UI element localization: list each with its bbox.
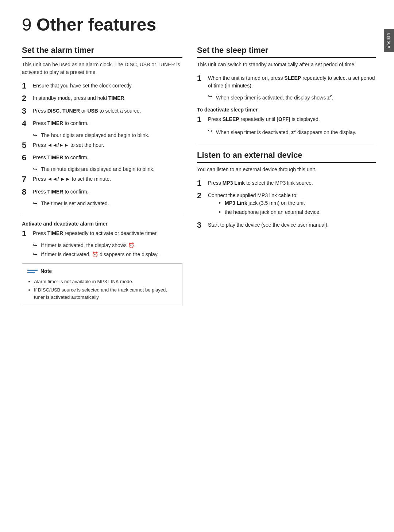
alarm-step-8-note: ↪ The timer is set and activated. — [33, 200, 182, 207]
right-col: Set the sleep timer This unit can switch… — [197, 46, 376, 517]
external-step-2-bullets: MP3 Link jack (3.5 mm) on the unit the h… — [219, 199, 376, 216]
divider-sleep — [197, 143, 376, 143]
external-step-1: 1 Press MP3 Link to select the MP3 link … — [197, 179, 376, 188]
external-device-title: Listen to an external device — [197, 150, 376, 163]
external-device-intro: You can listen to an external device thr… — [197, 166, 376, 173]
alarm-timer-intro: This unit can be used as an alarm clock.… — [22, 61, 182, 76]
alarm-step-8: 8 Press TIMER to confirm. — [22, 187, 182, 197]
bullet-headphone: the headphone jack on an external device… — [219, 208, 376, 216]
sleep-timer-intro: This unit can switch to standby automati… — [197, 61, 376, 69]
activate-note-2: ↪ If timer is deactivated, ⏰ disappears … — [33, 251, 182, 258]
note-icon — [27, 267, 38, 275]
alarm-step-6-note: ↪ The minute digits are displayed and be… — [33, 165, 182, 173]
alarm-step-7: 7 Press ◄◄/ ►► to set the minute. — [22, 175, 182, 184]
sleep-timer-title: Set the sleep timer — [197, 46, 376, 58]
sleep-step-1-note: ↪ When sleep timer is activated, the dis… — [208, 93, 376, 102]
deactivate-sleep-step-1: 1 Press SLEEP repeatedly until [OFF] is … — [197, 115, 376, 124]
external-step-3: 3 Start to play the device (see the devi… — [197, 220, 376, 230]
side-tab: English — [384, 29, 394, 52]
alarm-step-3: 3 Press DISC, TUNER or USB to select a s… — [22, 106, 182, 116]
note-bullets: Alarm timer is not available in MP3 LINK… — [27, 278, 177, 301]
chapter-num: 9 — [22, 15, 32, 34]
alarm-step-4-note: ↪ The hour digits are displayed and begi… — [33, 132, 182, 139]
alarm-timer-title: Set the alarm timer — [22, 46, 182, 58]
note-bullet-2: If DISC/USB source is selected and the t… — [34, 286, 177, 301]
bullet-mp3jack: MP3 Link jack (3.5 mm) on the unit — [219, 199, 376, 207]
main-content: 9 Other features Set the alarm timer Thi… — [0, 0, 394, 532]
activate-note-1: ↪ If timer is activated, the display sho… — [33, 242, 182, 249]
page-container: English 9 Other features Set the alarm t… — [0, 0, 394, 532]
note-label: Note — [40, 267, 52, 275]
left-col: Set the alarm timer This unit can be use… — [22, 46, 182, 517]
alarm-step-1: 1 Ensure that you have set the clock cor… — [22, 81, 182, 91]
alarm-timer-steps: 1 Ensure that you have set the clock cor… — [22, 81, 182, 207]
deactivate-sleep-note: ↪ When sleep timer is deactivated, zz di… — [208, 127, 376, 136]
deactivate-sleep-title: To deactivate sleep timer — [197, 107, 376, 113]
external-device-steps: 1 Press MP3 Link to select the MP3 link … — [197, 179, 376, 230]
note-header: Note — [27, 267, 177, 275]
divider-alarm — [22, 214, 182, 214]
sleep-step-1: 1 When the unit is turned on, press SLEE… — [197, 74, 376, 90]
activate-alarm-title: Activate and deactivate alarm timer — [22, 221, 182, 227]
alarm-step-6: 6 Press TIMER to confirm. — [22, 153, 182, 163]
two-col: Set the alarm timer This unit can be use… — [22, 46, 376, 517]
alarm-step-4: 4 Press TIMER to confirm. — [22, 119, 182, 128]
deactivate-sleep-steps: 1 Press SLEEP repeatedly until [OFF] is … — [197, 115, 376, 136]
alarm-step-5: 5 Press ◄◄/►► to set the hour. — [22, 141, 182, 150]
activate-alarm-steps: 1 Press TIMER repeatedly to activate or … — [22, 229, 182, 258]
note-box: Note Alarm timer is not available in MP3… — [22, 263, 182, 306]
alarm-step-2: 2 In standby mode, press and hold TIMER. — [22, 94, 182, 103]
sleep-timer-steps: 1 When the unit is turned on, press SLEE… — [197, 74, 376, 102]
page-title: 9 Other features — [22, 15, 376, 35]
activate-step-1: 1 Press TIMER repeatedly to activate or … — [22, 229, 182, 238]
external-step-2: 2 Connect the supplied MP3 link cable to… — [197, 191, 376, 218]
external-device-section: Listen to an external device You can lis… — [197, 150, 376, 230]
note-bullet-1: Alarm timer is not available in MP3 LINK… — [34, 278, 177, 285]
